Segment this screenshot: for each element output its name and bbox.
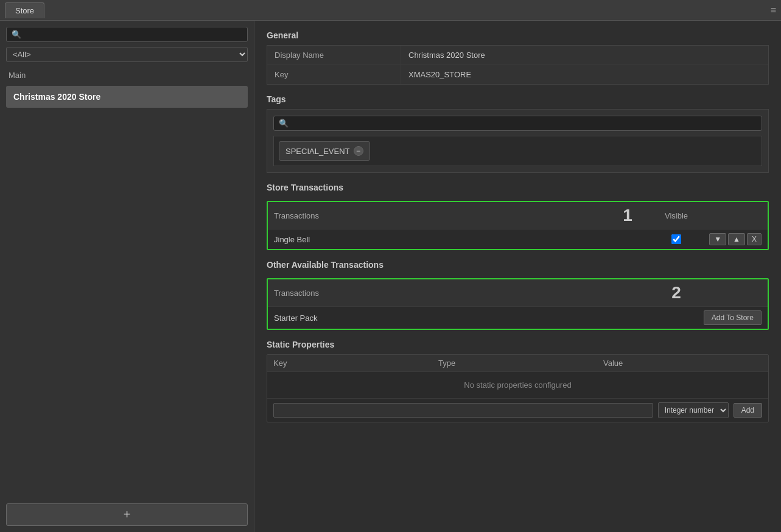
store-tab[interactable]: Store (5, 2, 44, 18)
other-col-transactions-label: Transactions (274, 289, 652, 298)
general-title: General (267, 30, 769, 40)
static-type-select[interactable]: Integer number String Boolean Float (658, 402, 729, 418)
tags-search-input[interactable] (292, 119, 757, 128)
static-col-key-label: Key (273, 359, 432, 368)
sidebar-search-box[interactable]: 🔍 (6, 27, 248, 42)
table-row: Starter Pack Add To Store (268, 307, 768, 329)
key-row: Key XMAS20_STORE (267, 65, 768, 84)
tags-search-box[interactable]: 🔍 (273, 116, 762, 131)
static-properties-title: Static Properties (267, 340, 769, 349)
move-down-button[interactable]: ▼ (709, 233, 726, 245)
visible-checkbox-cell[interactable] (652, 234, 701, 244)
other-transactions-title: Other Available Transactions (267, 260, 769, 270)
tab-menu-icon[interactable]: ≡ (771, 5, 776, 16)
main-layout: 🔍 <All> Main Christmas 2020 Store + Gene… (0, 21, 781, 532)
row-actions: ▼ ▲ X (701, 233, 762, 245)
tag-badge-special-event: SPECIAL_EVENT − (279, 141, 370, 161)
general-fields: Display Name Christmas 2020 Store Key XM… (267, 45, 769, 85)
other-transactions-header: Transactions 2 (268, 279, 768, 307)
tag-remove-button[interactable]: − (354, 146, 363, 156)
search-icon: 🔍 (12, 30, 21, 39)
display-name-value: Christmas 2020 Store (401, 46, 768, 65)
tags-section: 🔍 SPECIAL_EVENT − (267, 109, 769, 173)
key-value: XMAS20_STORE (401, 65, 768, 84)
sidebar-add-button[interactable]: + (6, 503, 248, 526)
store-transactions-header: Transactions 1 Visible (268, 202, 768, 229)
remove-transaction-button[interactable]: X (747, 233, 762, 245)
sidebar-filter-select[interactable]: <All> (6, 47, 248, 62)
static-properties-section: Static Properties Key Type Value No stat… (267, 340, 769, 422)
display-name-row: Display Name Christmas 2020 Store (267, 46, 768, 65)
static-col-value-label: Value (603, 359, 762, 368)
transaction-starter-pack: Starter Pack (274, 313, 652, 323)
store-transactions-section: Store Transactions Transactions 1 Visibl… (267, 183, 769, 250)
general-section: General Display Name Christmas 2020 Stor… (267, 30, 769, 85)
sidebar-item-christmas-store[interactable]: Christmas 2020 Store (6, 86, 248, 108)
content-area: General Display Name Christmas 2020 Stor… (254, 21, 781, 532)
col-visible-label: Visible (652, 211, 701, 220)
visible-checkbox[interactable] (671, 234, 681, 244)
transaction-jingle-bell: Jingle Bell (274, 235, 603, 244)
key-label: Key (267, 65, 401, 84)
tags-items-area: SPECIAL_EVENT − (273, 136, 762, 166)
static-properties-table: Key Type Value No static properties conf… (267, 354, 769, 422)
static-key-input[interactable] (273, 403, 653, 418)
col-number-2: 2 (652, 283, 701, 303)
static-col-type-label: Type (438, 359, 597, 368)
store-transactions-table: Transactions 1 Visible Jingle Bell ▼ ▲ X (267, 201, 769, 250)
col-transactions-label: Transactions (274, 211, 603, 220)
tags-search-icon: 🔍 (279, 119, 289, 128)
static-empty-message: No static properties configured (267, 372, 768, 398)
tags-title: Tags (267, 94, 769, 104)
other-row-actions: Add To Store (701, 310, 762, 325)
sidebar-search-input[interactable] (25, 30, 242, 39)
sidebar-section-label: Main (6, 67, 248, 81)
other-transactions-section: Other Available Transactions Transaction… (267, 260, 769, 330)
col-number-1: 1 (603, 206, 652, 225)
tags-section-wrapper: Tags 🔍 SPECIAL_EVENT − (267, 94, 769, 173)
tab-bar: Store ≡ (0, 0, 781, 21)
table-row: Jingle Bell ▼ ▲ X (268, 229, 768, 249)
display-name-label: Display Name (267, 46, 401, 65)
add-to-store-button[interactable]: Add To Store (704, 310, 762, 325)
sidebar: 🔍 <All> Main Christmas 2020 Store + (0, 21, 254, 532)
other-transactions-table: Transactions 2 Starter Pack Add To Store (267, 278, 769, 330)
static-header-row: Key Type Value (267, 355, 768, 372)
static-add-button[interactable]: Add (734, 403, 762, 418)
static-add-row: Integer number String Boolean Float Add (267, 398, 768, 422)
move-up-button[interactable]: ▲ (728, 233, 745, 245)
tag-label: SPECIAL_EVENT (285, 147, 350, 156)
store-transactions-title: Store Transactions (267, 183, 769, 192)
